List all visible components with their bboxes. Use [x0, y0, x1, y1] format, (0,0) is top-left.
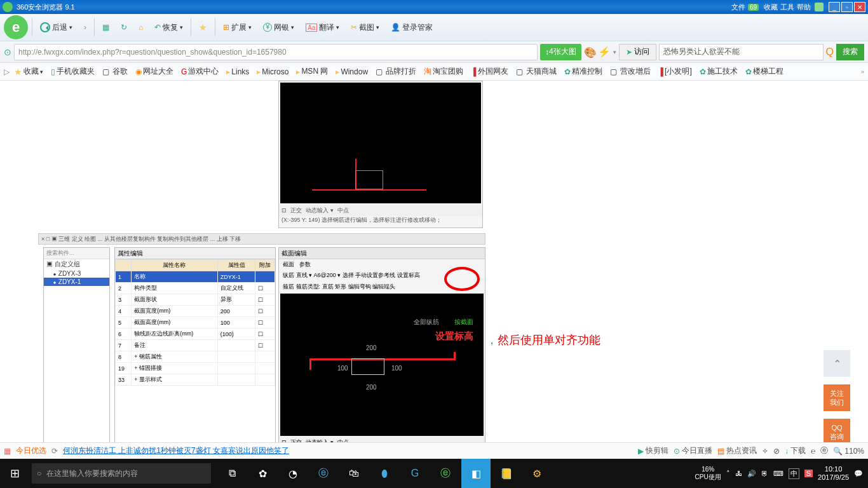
bm-taobao[interactable]: 淘淘宝团购	[421, 66, 466, 77]
cpu-meter[interactable]: 16%CPU使用	[695, 466, 721, 481]
tray-up-icon[interactable]: ˄	[726, 470, 730, 478]
ext-button[interactable]: ⊞扩展▾	[219, 18, 255, 37]
bm-window[interactable]: ▸Window	[332, 67, 371, 76]
download-mgr[interactable]: ↓下载	[785, 445, 806, 456]
ortho-btn-top[interactable]: 正交	[290, 207, 302, 215]
section-viewport[interactable]: 全部纵筋 按截面 设置标高 200 100 100 200	[280, 294, 484, 436]
menu-file[interactable]: 文件	[731, 3, 745, 12]
bm-invent[interactable]: ▐[小发明]	[655, 66, 695, 77]
app6-icon[interactable]: 📒	[492, 459, 521, 488]
new-tab-button[interactable]: ▦	[98, 18, 113, 37]
bm-ms[interactable]: ▸Microso	[254, 67, 292, 76]
zoom-display[interactable]: 🔍 110%	[833, 447, 864, 456]
tree-search[interactable]: 搜索构件...	[44, 248, 109, 259]
bm-urls[interactable]: ◉网址大全	[132, 66, 177, 77]
restore-tab-button[interactable]: ↶恢复▾	[151, 18, 187, 37]
live-today[interactable]: ⊙今日直播	[674, 445, 712, 456]
bm-start-icon[interactable]: ▷	[4, 67, 10, 76]
forward-button[interactable]: ›	[80, 18, 90, 37]
notif-icon[interactable]: 💬	[854, 470, 863, 478]
tray-shield-icon[interactable]: ⛨	[761, 470, 768, 477]
bm-mobile[interactable]: ▯手机收藏夹	[48, 66, 98, 77]
browser-logo-icon	[3, 2, 13, 12]
browser-task-icon[interactable]: ⓔ	[431, 459, 460, 488]
midpoint-top[interactable]: 中点	[337, 207, 349, 215]
tab-section[interactable]: 截面	[283, 261, 294, 269]
fav-badge[interactable]: 69	[748, 4, 759, 11]
bm-brand[interactable]: ▢品牌打折	[372, 66, 419, 77]
bm-tax[interactable]: ▢营改增后	[607, 66, 654, 77]
bm-foreign[interactable]: ▐外国网友	[468, 66, 512, 77]
bm-game[interactable]: G游戏中心	[178, 66, 222, 77]
refresh-button[interactable]: ↻	[117, 18, 131, 37]
tray-vol-icon[interactable]: 🔊	[747, 470, 756, 478]
flash-icon[interactable]: ⚡	[598, 46, 611, 58]
colorwheel-icon[interactable]: 🎨	[584, 46, 595, 58]
back-button[interactable]: 后退▾	[36, 18, 76, 37]
component-tree[interactable]: 搜索构件... ▣ 自定义组 ⬥ ZDYX-3 ⬥ ZDYX-1	[43, 247, 110, 442]
trans-button[interactable]: Aa翻译▾	[302, 18, 343, 37]
news-link[interactable]: 何润东扮清洁工 上非诚勿扰1秒钟被灭7盏灯 女嘉宾说出原因他笑了	[63, 445, 289, 456]
search-input[interactable]: 恐怖另类让人欲罢不能	[659, 44, 824, 60]
home-button[interactable]: ⌂	[135, 18, 147, 37]
bm-stair[interactable]: ✿楼梯工程	[742, 66, 787, 77]
app2-icon[interactable]: ◔	[278, 459, 308, 488]
menu-fav[interactable]: 收藏	[764, 3, 778, 12]
bm-tmall[interactable]: ▢天猫商城	[513, 66, 560, 77]
bm-precise[interactable]: ✿精准控制	[561, 66, 606, 77]
tray-kb-icon[interactable]: ⌨	[773, 470, 783, 478]
news-title[interactable]: 今日优选	[16, 445, 46, 456]
bank-button[interactable]: ¥网银▾	[259, 18, 298, 37]
tray-s-icon[interactable]: S	[804, 470, 813, 477]
tray-net-icon[interactable]: 🖧	[735, 470, 742, 477]
clock[interactable]: 10:102017/9/25	[818, 465, 849, 482]
ie-mode-icon[interactable]: ⓔ	[820, 445, 828, 456]
bm-fav[interactable]: ★收藏▾	[11, 66, 46, 77]
app4-icon[interactable]: G	[400, 459, 430, 488]
browser-logo-big-icon[interactable]	[4, 15, 28, 39]
hot-news[interactable]: ▤热点资讯	[717, 445, 757, 456]
search-button[interactable]: 搜索	[836, 44, 864, 60]
menu-help[interactable]: 帮助	[797, 3, 811, 12]
quick-clip[interactable]: ▶快剪辑	[638, 445, 668, 456]
edge-icon[interactable]: ⓔ	[309, 459, 338, 488]
app7-icon[interactable]: ⚙	[522, 459, 552, 488]
snap-button[interactable]: ✂截图▾	[347, 18, 383, 37]
visit-button[interactable]: ➤访问	[619, 44, 656, 60]
star-button[interactable]: ★	[195, 18, 211, 37]
app3-icon[interactable]: ⬮	[370, 459, 399, 488]
bm-const[interactable]: ✿施工技术	[696, 66, 741, 77]
noisy-icon[interactable]: ✧	[762, 447, 768, 456]
property-editor[interactable]: 属性编辑 属性名称属性值附加 1名称ZDYX-1 2构件类型自定义线☐ 3截面形…	[114, 247, 276, 442]
scroll-top-button[interactable]: ⌃	[824, 350, 850, 377]
trans-icon: Aa	[306, 24, 317, 32]
url-input[interactable]: http://e.fwxgx.com/index.php?r=question/…	[14, 44, 538, 60]
tray-ime[interactable]: 中	[789, 468, 799, 479]
login-mgr-button[interactable]: 👤登录管家	[387, 18, 437, 37]
taskview-icon[interactable]: ⧉	[217, 459, 247, 488]
restore-button[interactable]: ▫	[841, 2, 853, 12]
block-icon[interactable]: ⊘	[773, 447, 780, 456]
skin-icon[interactable]	[815, 3, 824, 11]
bm-msn[interactable]: ▸MSN 网	[293, 66, 331, 77]
bm-google[interactable]: ▢谷歌	[99, 66, 131, 77]
app1-icon[interactable]: ✿	[248, 459, 277, 488]
start-button[interactable]: ⊞	[0, 459, 29, 488]
dyn-input-top[interactable]: 动态输入 ▾	[306, 207, 334, 215]
home-icon: ⌂	[139, 23, 143, 32]
minimize-button[interactable]: _	[829, 2, 840, 12]
tab-param[interactable]: 参数	[299, 261, 311, 269]
qq-consult-button[interactable]: QQ 咨询	[824, 419, 850, 442]
enlarge-images-button[interactable]: ↕ 4张大图	[540, 44, 581, 60]
bm-overflow[interactable]: »	[861, 69, 864, 75]
follow-us-button[interactable]: 关注 我们	[824, 384, 850, 411]
bm-links[interactable]: ▸Links	[223, 67, 252, 76]
search-provider-icon[interactable]: Q	[826, 46, 834, 58]
store-icon[interactable]: 🛍	[339, 459, 369, 488]
close-button[interactable]: ✕	[854, 2, 865, 12]
cad-viewport-top[interactable]	[280, 83, 481, 203]
cortana-search[interactable]: ○在这里输入你要搜索的内容	[32, 463, 211, 484]
app5-icon[interactable]: ◧	[461, 459, 491, 488]
menu-tools[interactable]: 工具	[780, 3, 794, 12]
pp-icon[interactable]: ℮	[811, 447, 815, 456]
